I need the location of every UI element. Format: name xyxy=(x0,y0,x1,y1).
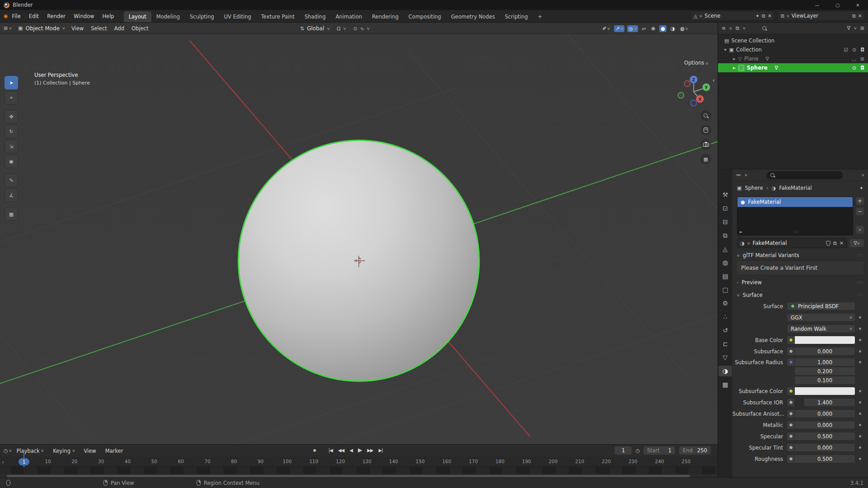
cursor-tool[interactable]: ⌖ xyxy=(5,91,18,104)
tab-object[interactable]: ▢ xyxy=(718,284,732,295)
blender-menu-icon[interactable]: ◉ xyxy=(4,13,8,19)
viewport-3d[interactable]: ⊞ ∨ ▣ Object Mode ∨ View Select Add Obje… xyxy=(0,23,718,444)
menu-file[interactable]: File xyxy=(8,10,25,22)
tab-output[interactable]: ⊟ xyxy=(718,216,732,227)
breadcrumb-material[interactable]: FakeMaterial xyxy=(779,185,812,191)
snap-magnet-icon[interactable]: Ω xyxy=(337,26,340,32)
editor-type-button[interactable]: ⊞ ∨ xyxy=(0,23,15,34)
gizmo-axis-neg-z[interactable] xyxy=(690,100,697,107)
tab-material[interactable]: ◑ xyxy=(718,366,732,376)
tab-compositing[interactable]: Compositing xyxy=(404,11,446,22)
tab-view-layer[interactable]: ⧉ xyxy=(718,230,732,241)
timeline-expand-arrow[interactable]: › xyxy=(2,459,4,465)
menu-keying[interactable]: Keying ∨ xyxy=(49,445,79,457)
browse-material-icon[interactable]: ◑ xyxy=(740,240,745,246)
menu-marker[interactable]: Marker xyxy=(101,445,127,457)
unlink-scene-icon[interactable]: ✕ xyxy=(768,13,772,19)
options-dropdown[interactable]: Options ∨ xyxy=(684,60,708,66)
auto-keyframe-clock-icon[interactable]: ◷ xyxy=(635,448,640,454)
animate-dot[interactable] xyxy=(855,328,864,330)
camera-restrict-icon[interactable]: ◘ xyxy=(860,65,864,71)
jump-to-end-button[interactable]: ▶| xyxy=(377,447,384,454)
transform-tool[interactable]: ◉ xyxy=(5,155,18,168)
animate-dot[interactable] xyxy=(855,350,864,352)
properties-editor-icon[interactable]: ≔ xyxy=(736,172,741,178)
menu-window[interactable]: Window xyxy=(70,10,98,22)
fake-user-icon[interactable] xyxy=(826,241,830,246)
scrollbar-thumb[interactable] xyxy=(7,475,690,477)
tab-shading[interactable]: Shading xyxy=(300,11,331,22)
tab-world[interactable]: ◍ xyxy=(718,257,732,268)
menu-select[interactable]: Select xyxy=(87,23,110,34)
orientation-dropdown[interactable]: Global xyxy=(307,25,324,32)
row-scene-collection[interactable]: ▤ Scene Collection xyxy=(718,36,868,45)
orientation-icon[interactable]: ⇅ xyxy=(300,26,304,32)
select-box-tool[interactable]: ➤ xyxy=(5,76,18,89)
remove-viewlayer-icon[interactable]: ✕ xyxy=(858,13,862,19)
camera-restrict-icon[interactable]: ◘ xyxy=(860,47,864,53)
drag-grip-icon[interactable]: ∷∷ xyxy=(858,293,863,297)
previous-keyframe-button[interactable]: ◀◀ xyxy=(337,447,345,454)
timeline-editor-icon[interactable]: ◷ xyxy=(4,448,8,454)
timeline-ruler[interactable]: 1 10203040506070809010011012013014015016… xyxy=(0,457,718,467)
tab-modeling[interactable]: Modeling xyxy=(151,11,185,22)
row-plane[interactable]: ▸ ▽ Plane ∇ ◡ ⊠ xyxy=(718,54,868,63)
subsurface-radius-x[interactable]: 1.000 xyxy=(787,358,855,366)
resize-grip[interactable]: ∷∷ xyxy=(793,230,798,234)
close-button[interactable]: ✕ xyxy=(848,0,868,10)
tab-collection[interactable]: ▤ xyxy=(718,271,732,282)
tab-geometry-nodes[interactable]: Geometry Nodes xyxy=(446,11,500,22)
zoom-button[interactable] xyxy=(700,110,711,121)
animate-dot[interactable] xyxy=(855,424,864,426)
gltf-variants-panel-header[interactable]: ∨ glTF Material Variants ∷∷ xyxy=(732,250,868,261)
new-material-icon[interactable]: ⧉ xyxy=(833,240,837,246)
filter-icon[interactable]: ∇ xyxy=(847,25,850,31)
viewlayer-selector[interactable]: ⧉ ∨ ViewLayer ⧉ ✕ xyxy=(778,11,865,21)
subsurface-ior-field[interactable]: 1.400 xyxy=(787,398,855,407)
tab-constraints[interactable]: ⊏ xyxy=(718,338,732,349)
gizmo-axis-neg-x[interactable] xyxy=(684,80,691,87)
measure-tool[interactable]: ∡ xyxy=(5,188,18,202)
menu-view[interactable]: View xyxy=(68,23,87,34)
tab-tool[interactable]: ⚒ xyxy=(718,189,732,200)
ortho-toggle-button[interactable]: ▦ xyxy=(700,154,711,164)
menu-render[interactable]: Render xyxy=(43,10,70,22)
material-nodes-button[interactable]: ∇ ∨ xyxy=(849,239,864,248)
menu-view-timeline[interactable]: View xyxy=(80,445,100,457)
pan-button[interactable] xyxy=(700,125,711,136)
row-sphere[interactable]: ▸ ▽ Sphere ∇ ⊙ ◘ xyxy=(718,63,868,72)
timeline-tracks[interactable] xyxy=(0,467,718,474)
xray-toggle[interactable]: ▱ xyxy=(641,25,647,32)
material-name-field[interactable]: ◑ ∨ FakeMaterial ⧉ ✕ xyxy=(737,238,847,248)
end-frame-field[interactable]: End 250 xyxy=(679,446,711,455)
gizmos-toggle[interactable]: ↗ ∨ xyxy=(614,25,624,32)
shading-solid-button[interactable]: ● xyxy=(659,25,666,32)
add-workspace-button[interactable]: + xyxy=(533,11,547,22)
animate-dot[interactable] xyxy=(855,316,864,319)
shading-wireframe-button[interactable]: ⊕ xyxy=(650,25,657,32)
base-color-swatch[interactable] xyxy=(787,336,855,344)
specular-field[interactable]: 0.500 xyxy=(787,432,855,441)
roughness-field[interactable]: 0.500 xyxy=(787,455,855,463)
unlink-material-icon[interactable]: ✕ xyxy=(840,240,844,246)
remove-slot-button[interactable]: − xyxy=(855,207,864,216)
new-collection-button[interactable]: ⊞ xyxy=(860,25,864,31)
eye-icon[interactable]: ⊙ xyxy=(852,65,856,71)
menu-object[interactable]: Object xyxy=(128,23,152,34)
subsurface-anisotropy-field[interactable]: 0.000 xyxy=(787,409,855,418)
scale-tool[interactable]: ⇲ xyxy=(5,140,18,153)
drag-grip-icon[interactable]: ∷∷ xyxy=(858,253,863,258)
tab-object-data[interactable]: ▽ xyxy=(718,352,732,363)
slot-specials-button[interactable]: ∨ xyxy=(855,225,864,234)
pin-icon[interactable]: ✦ xyxy=(859,185,863,191)
shading-material-button[interactable]: ◑ xyxy=(669,25,676,32)
breadcrumb-object[interactable]: Sphere xyxy=(745,185,763,191)
proportional-editing-icon[interactable]: ⊙ xyxy=(353,26,357,32)
pin-icon[interactable]: ✦ xyxy=(755,13,760,19)
collapse-arrow-icon[interactable]: ▾ xyxy=(724,47,727,52)
checkbox-icon[interactable]: ☑ xyxy=(844,47,848,53)
gizmo-axis-neg-y[interactable] xyxy=(678,92,685,99)
expand-arrow-icon[interactable]: ▸ xyxy=(733,56,736,61)
tab-uv-editing[interactable]: UV Editing xyxy=(219,11,256,22)
tab-scripting[interactable]: Scripting xyxy=(500,11,533,22)
